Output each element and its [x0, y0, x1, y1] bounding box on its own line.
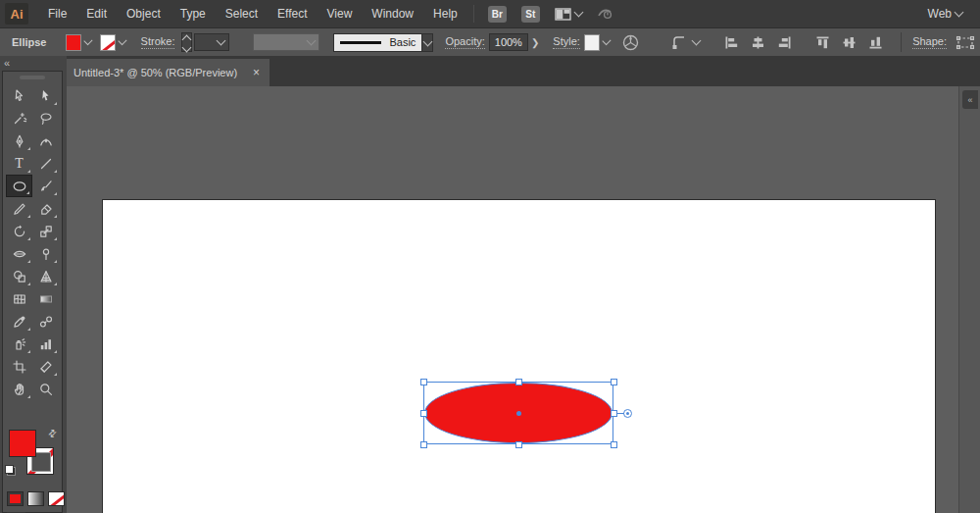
divider	[901, 32, 902, 52]
menu-item-file[interactable]: File	[38, 0, 76, 27]
menu-item-help[interactable]: Help	[423, 0, 467, 27]
style-swatch[interactable]	[584, 34, 600, 51]
stroke-weight-dropdown[interactable]	[194, 33, 229, 51]
tool-artboard[interactable]	[6, 355, 32, 378]
align-middle-icon[interactable]	[842, 35, 857, 50]
tool-symbol-sprayer[interactable]	[6, 333, 32, 355]
default-fill-stroke-icon[interactable]	[5, 465, 16, 476]
brush-definition-chevron[interactable]	[421, 33, 433, 52]
selection-handle[interactable]	[611, 379, 617, 385]
menu-item-object[interactable]: Object	[117, 0, 171, 27]
tool-lasso[interactable]	[32, 107, 59, 129]
menu-item-effect[interactable]: Effect	[268, 0, 317, 27]
artboard[interactable]	[102, 199, 936, 513]
tool-paintbrush[interactable]	[32, 175, 59, 197]
align-top-icon[interactable]	[815, 35, 830, 50]
align-left-icon[interactable]	[724, 35, 739, 50]
fill-proxy-swatch[interactable]	[9, 430, 36, 457]
align-right-icon[interactable]	[777, 35, 792, 50]
chevron-down-icon[interactable]	[118, 36, 126, 45]
shape-properties-icon[interactable]	[956, 35, 975, 50]
tool-rotate[interactable]	[6, 220, 32, 242]
selection-handle[interactable]	[420, 379, 427, 385]
selection-handle[interactable]	[515, 379, 522, 385]
tool-line-segment[interactable]	[32, 152, 59, 175]
tool-gradient[interactable]	[32, 287, 59, 310]
none-button[interactable]	[48, 491, 65, 506]
chevron-down-icon	[955, 8, 964, 18]
selection-handle[interactable]	[611, 410, 617, 417]
gradient-button[interactable]	[27, 491, 44, 506]
collapse-tools-icon[interactable]: «	[4, 57, 9, 69]
stock-button[interactable]: St	[521, 6, 540, 23]
width-icon	[12, 246, 27, 262]
tool-eyedropper[interactable]	[6, 310, 32, 333]
expand-panels-icon[interactable]: «	[962, 90, 978, 109]
tool-curvature[interactable]	[32, 129, 59, 152]
tool-slice[interactable]	[32, 355, 59, 378]
menu-item-edit[interactable]: Edit	[76, 0, 117, 27]
selection-handle[interactable]	[611, 441, 617, 448]
transform-options-icon[interactable]	[671, 34, 700, 50]
document-tab-bar: Untitled-3* @ 50% (RGB/Preview) ×	[0, 56, 980, 86]
menu-item-view[interactable]: View	[318, 0, 363, 27]
style-label[interactable]: Style:	[553, 35, 580, 49]
chevron-down-icon[interactable]	[602, 36, 611, 45]
brush-definition-field[interactable]: Basic	[333, 33, 421, 52]
tool-column-graph[interactable]	[32, 333, 59, 355]
panel-drag-handle[interactable]	[20, 76, 45, 79]
opacity-label[interactable]: Opacity:	[445, 35, 484, 49]
tool-eraser[interactable]	[32, 197, 59, 220]
flyout-indicator	[27, 282, 30, 285]
close-icon[interactable]: ×	[253, 67, 260, 78]
tool-magic-wand[interactable]	[6, 107, 32, 129]
color-button[interactable]	[7, 491, 24, 506]
pie-widget-icon[interactable]	[623, 409, 632, 418]
shape-label[interactable]: Shape:	[912, 35, 947, 49]
tool-perspective-grid[interactable]	[32, 265, 59, 287]
stroke-color-swatch[interactable]	[100, 34, 116, 51]
stroke-label[interactable]: Stroke:	[141, 35, 175, 49]
document-tab[interactable]: Untitled-3* @ 50% (RGB/Preview) ×	[64, 59, 270, 86]
tool-selection[interactable]	[6, 84, 32, 107]
fill-stroke-controls: ⇄	[3, 430, 64, 487]
tool-width[interactable]	[6, 242, 32, 265]
tool-ellipse[interactable]	[6, 175, 32, 197]
tool-pencil[interactable]	[6, 197, 32, 220]
bridge-button[interactable]: Br	[488, 6, 507, 23]
touch-workspace-icon[interactable]	[596, 6, 613, 22]
gradient-icon	[38, 291, 54, 307]
stepper-down-icon[interactable]	[182, 43, 192, 53]
tool-pen[interactable]	[6, 129, 32, 152]
eraser-icon	[38, 201, 54, 217]
selection-handle[interactable]	[515, 441, 522, 448]
tool-hand[interactable]	[6, 378, 32, 400]
opacity-flyout-icon[interactable]: ❯	[531, 37, 539, 48]
tool-scale[interactable]	[32, 220, 59, 242]
align-center-icon[interactable]	[751, 35, 765, 50]
recolor-artwork-icon[interactable]	[622, 34, 639, 51]
stroke-weight-stepper[interactable]	[181, 32, 192, 52]
workspace-switcher-icon[interactable]	[555, 7, 582, 22]
tool-blend[interactable]	[32, 310, 59, 333]
fill-color-swatch[interactable]	[66, 34, 81, 51]
tool-puppet-warp[interactable]	[32, 242, 59, 265]
menu-item-window[interactable]: Window	[362, 0, 423, 27]
menu-item-type[interactable]: Type	[171, 0, 216, 27]
tool-zoom[interactable]	[32, 378, 59, 400]
selection-handle[interactable]	[420, 441, 427, 448]
tool-mesh[interactable]	[6, 287, 32, 310]
workspace-dropdown[interactable]: Web	[928, 7, 962, 21]
swap-fill-stroke-icon[interactable]: ⇄	[45, 427, 59, 440]
right-panel-dock[interactable]: «	[958, 86, 980, 513]
tool-type[interactable]: T	[6, 152, 32, 175]
shape-center-point[interactable]	[516, 411, 521, 416]
align-bottom-icon[interactable]	[868, 35, 883, 50]
tool-direct-selection[interactable]	[32, 84, 59, 107]
tool-shape-builder[interactable]	[6, 265, 32, 287]
ellipse-icon	[12, 179, 27, 194]
menu-item-select[interactable]: Select	[216, 0, 268, 27]
selection-handle[interactable]	[420, 410, 427, 417]
chevron-down-icon[interactable]	[84, 36, 93, 45]
opacity-input[interactable]: 100%	[489, 33, 528, 51]
